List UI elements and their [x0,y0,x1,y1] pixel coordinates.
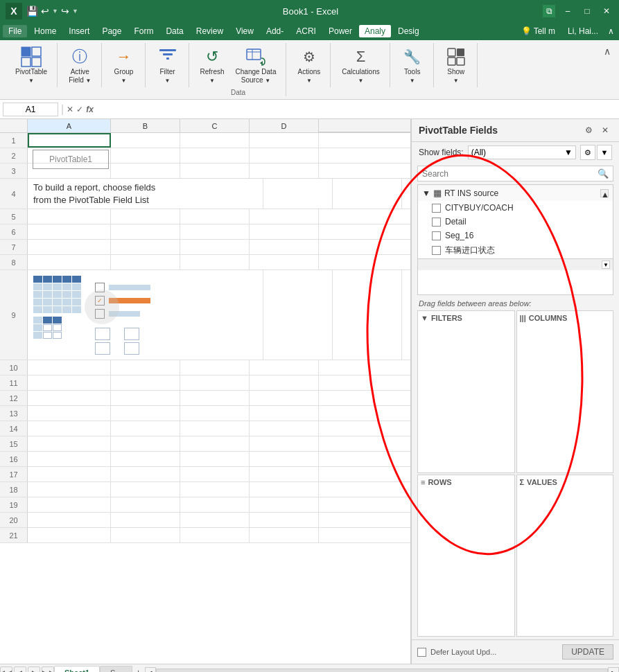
defer-checkbox[interactable] [417,648,426,657]
field-checkbox-seg16[interactable] [432,231,441,240]
fields-sort-button[interactable]: ⚙ [580,145,595,160]
activefield-button[interactable]: ⓘ ActiveField ▼ [64,43,95,87]
maximize-button[interactable]: □ [580,4,594,18]
menu-file[interactable]: File [3,25,27,37]
rows-label: ROWS [428,478,451,486]
update-button[interactable]: UPDATE [562,644,613,660]
row-num-header [0,119,28,132]
menu-acri[interactable]: ACRI [290,25,322,37]
ribbon-expand-button[interactable]: ∧ [601,43,613,60]
cell-a2[interactable]: PivotTable1 [28,148,111,163]
field-checkbox-vehicle[interactable] [432,246,441,255]
show-button[interactable]: Show▼ [441,43,471,87]
table-row: 12 [0,391,410,406]
sheet-nav-last[interactable]: ►► [42,666,54,673]
calculations-button[interactable]: Σ Calculations▼ [338,43,383,87]
svg-rect-1 [32,47,41,56]
add-sheet-button[interactable]: + [132,666,145,673]
refresh-button[interactable]: ↺ Refresh▼ [196,43,229,87]
fields-options-button[interactable]: ▼ [597,145,612,160]
menu-data[interactable]: Data [160,25,189,37]
cell-b1[interactable] [111,133,180,148]
menu-insert[interactable]: Insert [63,25,95,37]
ribbon-collapse-button[interactable]: ∧ [605,26,616,36]
tell-me[interactable]: 💡 Tell m [516,25,561,37]
close-button[interactable]: ✕ [600,4,613,18]
rows-area-header: ≡ ROWS [421,478,512,486]
horizontal-scrollbar[interactable]: ◄ ► [145,664,619,673]
field-label-citybuy: CITYBUY/COACH [445,203,514,213]
cell-reference-input[interactable]: A1 [3,103,58,116]
menu-analyze[interactable]: Analy [359,25,391,37]
field-checkbox-citybuy[interactable] [432,204,441,213]
table-row: 3 [0,163,410,179]
sheet-tab-sheet1[interactable]: Sheet1 [54,666,100,672]
columns-area[interactable]: ||| COLUMNS [516,310,614,473]
field-checkbox-detail[interactable] [432,218,441,227]
restore-icon[interactable]: ⧉ [543,5,555,17]
user-menu[interactable]: Li, Hai... [562,25,604,37]
window-title: Book1 - Excel [78,6,543,17]
h-scroll-track[interactable] [156,669,608,673]
col-header-b: B [111,119,180,132]
panel-header: PivotTable Fields ⚙ ✕ [412,119,619,142]
values-area[interactable]: Σ VALUES [516,475,614,637]
actions-button[interactable]: ⚙ Actions▼ [293,43,324,87]
tools-button[interactable]: 🔧 Tools▼ [397,43,428,87]
cell-d1[interactable] [250,133,319,148]
sheet-nav-first[interactable]: ◄◄ [0,666,12,673]
fx-icon[interactable]: fx [86,105,94,114]
refresh-label: Refresh▼ [200,68,225,85]
field-group-header[interactable]: ▼ ▦ RT INS source ▲ [418,185,613,201]
column-headers: A B C D [0,119,410,133]
cell-c1[interactable] [180,133,250,148]
sheet-nav-prev[interactable]: ◄ [14,666,26,673]
save-icon[interactable]: 💾 [26,6,38,17]
rows-area[interactable]: ≡ ROWS [417,475,515,637]
h-scroll-left[interactable]: ◄ [145,667,156,673]
redo-icon[interactable]: ↪ [61,6,69,17]
svg-rect-7 [247,49,261,60]
filter-button[interactable]: Filter▼ [152,43,183,87]
fields-scrollbar-up[interactable]: ▲ [600,189,609,197]
panel-gear-icon[interactable]: ⚙ [582,123,595,137]
actions-icon: ⚙ [298,46,320,68]
pivot-fields-panel: PivotTable Fields ⚙ ✕ Show fields: (All)… [411,119,619,664]
menu-review[interactable]: Review [191,25,229,37]
menu-form[interactable]: Form [128,25,159,37]
sheet-tab-s[interactable]: S... [100,666,132,672]
values-label: VALUES [527,478,557,486]
show-fields-select[interactable]: (All) ▼ [468,145,576,159]
table-row: 13 [0,406,410,421]
menu-view[interactable]: View [230,25,259,37]
menu-add[interactable]: Add- [261,25,289,37]
fields-list: ▼ ▦ RT INS source ▲ CITYBUY/COACH Detail [417,184,613,295]
sheet-nav-next[interactable]: ► [28,666,40,673]
menu-home[interactable]: Home [28,25,62,37]
changedatasource-button[interactable]: Change DataSource ▼ [232,43,281,87]
confirm-formula-icon[interactable]: ✓ [76,105,83,114]
h-scroll-right[interactable]: ► [608,667,619,673]
pivottable-button[interactable]: PivotTable▼ [11,43,51,87]
undo-icon[interactable]: ↩ [41,6,49,17]
filters-area[interactable]: ▼ FILTERS [417,310,515,473]
menu-bar: File Home Insert Page Form Data Review V… [0,22,619,40]
menu-design[interactable]: Desig [392,25,425,37]
cancel-formula-icon[interactable]: ✕ [67,105,73,114]
excel-icon: X [6,3,22,19]
areas-grid: ▼ FILTERS ||| COLUMNS ≡ ROWS [412,310,619,637]
panel-close-icon[interactable]: ✕ [598,123,612,137]
cell-a1[interactable] [28,133,111,148]
formula-input[interactable] [96,103,616,116]
minimize-button[interactable]: – [561,4,575,18]
group-button[interactable]: → Group▼ [109,43,139,87]
ribbon-group-show: Show▼ [435,43,478,87]
search-input[interactable] [422,169,598,179]
spreadsheet: A B C D 1 [0,119,411,664]
filters-icon: ▼ [421,314,428,322]
menu-page[interactable]: Page [96,25,127,37]
rows-content: 1 2 PivotTable1 [0,133,410,664]
svg-rect-14 [457,58,464,65]
menu-power[interactable]: Power [323,25,358,37]
fields-scrollbar-down[interactable]: ▼ [602,260,610,269]
